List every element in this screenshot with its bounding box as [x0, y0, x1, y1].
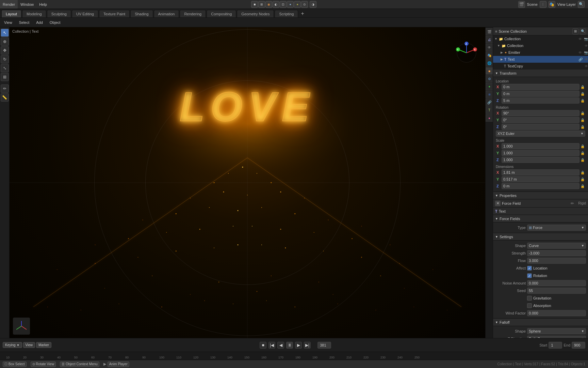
tab-layout[interactable]: Layout [1, 10, 21, 17]
camera-icon[interactable]: 📷 [584, 37, 588, 41]
prop-tab-world[interactable]: 🌐 [486, 59, 493, 67]
location-z[interactable]: 5 m [502, 97, 579, 104]
outliner-search-btn[interactable]: 🔍 [580, 28, 586, 34]
current-frame-display[interactable]: 381 [317, 342, 331, 349]
noise-value[interactable]: 0.000 [527, 280, 586, 286]
rotation-x[interactable]: 90° [502, 110, 579, 116]
properties-section-header[interactable]: ▼ Properties [493, 192, 588, 199]
z-dir-select[interactable]: Both Z ▼ [527, 336, 586, 338]
ff-edit-icon[interactable]: ✏ [571, 201, 574, 206]
shading-rendered-btn[interactable]: ● [294, 1, 301, 8]
falloff-shape-select[interactable]: Sphere ▼ [527, 328, 586, 334]
start-frame[interactable]: 1 [549, 342, 562, 349]
prop-tab-particles[interactable]: ✦ [486, 83, 493, 90]
end-frame[interactable]: 900 [572, 342, 585, 349]
tab-texture-paint[interactable]: Texture Paint [99, 10, 130, 17]
lock-rz[interactable]: 🔒 [581, 125, 585, 129]
view-mode-btn[interactable]: ⊞ [258, 1, 265, 8]
menu-view[interactable]: View [1, 18, 15, 27]
type-select[interactable]: ⊞ Force ▼ [527, 225, 586, 231]
tool-cursor[interactable]: ⊕ [1, 37, 9, 46]
prop-tab-physics[interactable]: ⚛ [486, 91, 493, 98]
dim-z[interactable]: 0 m [502, 183, 579, 189]
scale-z[interactable]: 1.000 [502, 157, 579, 163]
prop-tab-render[interactable]: 🎬 [486, 28, 493, 35]
lock-rx[interactable]: 🔒 [581, 111, 585, 115]
tab-shading[interactable]: Shading [130, 10, 153, 17]
rotation-checkbox[interactable]: ✓ [527, 273, 532, 278]
play-stop-btn[interactable]: ■ [260, 342, 266, 349]
link-icon-t[interactable]: 🔗 [578, 58, 583, 61]
rotation-z[interactable]: 0° [502, 124, 579, 130]
play-next-key-btn[interactable]: ▶| [304, 342, 311, 349]
shading-lookdev-btn[interactable]: ● [287, 1, 294, 8]
tool-measure[interactable]: 📏 [1, 93, 9, 102]
tool-select[interactable]: ↖ [1, 29, 9, 37]
lock-ry[interactable]: 🔒 [581, 118, 585, 122]
tab-animation[interactable]: Animation [154, 10, 179, 17]
tool-annotate[interactable]: ✏ [1, 85, 9, 93]
lock-dx[interactable]: 🔒 [581, 171, 585, 174]
scene-icon[interactable]: 🎬 [518, 1, 525, 8]
settings-section-header[interactable]: ▼ Settings [493, 233, 588, 241]
scale-x[interactable]: 1.000 [502, 143, 579, 149]
eye-icon[interactable]: 👁 [578, 37, 582, 41]
prop-tab-object[interactable]: ■ [486, 67, 493, 75]
lock-y[interactable]: 🔒 [581, 92, 585, 96]
prop-tab-data[interactable]: T [486, 106, 493, 114]
force-fields-section-header[interactable]: ▼ Force Fields [493, 215, 588, 223]
overlay-btn[interactable]: ⊙ [301, 1, 308, 8]
tab-uv-editing[interactable]: UV Editing [72, 10, 98, 17]
wind-value[interactable]: 0.000 [527, 310, 586, 316]
location-x[interactable]: 0 m [502, 84, 579, 90]
options-btn[interactable]: ⋮ [540, 1, 546, 8]
menu-help[interactable]: Help [36, 0, 50, 9]
tab-scripting[interactable]: Scripting [275, 10, 298, 17]
location-y[interactable]: 0 m [502, 91, 579, 97]
eye-icon-t[interactable]: 👁 [585, 58, 588, 61]
tab-rendering[interactable]: Rendering [180, 10, 206, 17]
transform-section-header[interactable]: ▼ Transform [493, 70, 588, 77]
ff-close-btn[interactable]: ✕ [495, 201, 501, 206]
absorption-checkbox[interactable] [527, 303, 532, 308]
keying-btn[interactable]: Keying ▼ [3, 342, 22, 348]
lock-sy[interactable]: 🔒 [581, 151, 585, 155]
viewlayer-icon[interactable]: 🎭 [549, 1, 555, 8]
tool-move[interactable]: ✥ [1, 46, 9, 55]
outliner-item-emitter[interactable]: ▶ ✦ Emitter 👁 📷 [493, 49, 588, 56]
lock-dy[interactable]: 🔒 [581, 178, 585, 181]
search-btn[interactable]: 🔍 [578, 1, 585, 8]
dim-x[interactable]: 1.81 m [502, 169, 579, 175]
eye-icon-c[interactable]: 👁 [585, 44, 588, 48]
tab-sculpting[interactable]: Sculpting [47, 10, 71, 17]
shading-solid-btn[interactable]: ◐ [273, 1, 279, 8]
prop-tab-output[interactable]: 🖨 [486, 36, 493, 43]
prop-tab-modifier[interactable]: ⚙ [486, 75, 493, 82]
play-next-btn[interactable]: ▶ [295, 342, 302, 349]
eye-icon-e[interactable]: 👁 [578, 51, 582, 55]
play-pause-btn[interactable]: ⏸ [286, 342, 293, 349]
menu-add[interactable]: Add [33, 18, 46, 27]
outliner-item-scene-collection[interactable]: ▼ 📁 Collection 👁 📷 [493, 35, 588, 42]
lock-dz[interactable]: 🔒 [581, 184, 585, 188]
lock-sz[interactable]: 🔒 [581, 158, 585, 162]
prop-tab-material[interactable]: ● [486, 114, 493, 122]
outliner-item-collection[interactable]: ▼ 📁 Collection 👁 [493, 42, 588, 49]
xray-btn[interactable]: ◑ [310, 1, 316, 8]
rotation-y[interactable]: 0° [502, 117, 579, 123]
dim-y[interactable]: 0.517 m [502, 176, 579, 182]
falloff-section-header[interactable]: ▼ Falloff [493, 319, 588, 326]
tab-compositing[interactable]: Compositing [207, 10, 236, 17]
lock-sx[interactable]: 🔒 [581, 144, 585, 148]
menu-select[interactable]: Select [16, 18, 32, 27]
menu-render[interactable]: Render [0, 0, 18, 9]
tool-rotate[interactable]: ↻ [1, 55, 9, 63]
tool-transform[interactable]: ⊞ [1, 73, 9, 81]
layout-mode-btn[interactable]: ■ [251, 1, 258, 8]
tab-modeling[interactable]: Modeling [22, 10, 46, 17]
prop-tab-view[interactable]: 👁 [486, 44, 493, 51]
outliner-item-text[interactable]: ▶ T Text 🔗 👁 [493, 56, 588, 63]
outliner-filter-btn[interactable]: ⊞ [572, 28, 578, 34]
scale-y[interactable]: 1.000 [502, 150, 579, 156]
location-checkbox[interactable]: ✓ [527, 266, 532, 271]
